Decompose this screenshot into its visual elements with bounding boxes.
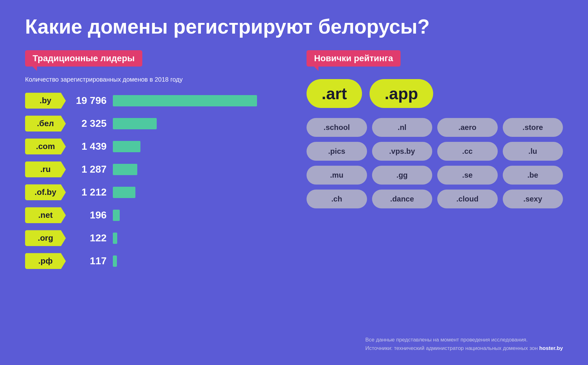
- traditional-leaders-badge: Традиционные лидеры: [25, 50, 142, 67]
- bar-fill: [113, 233, 117, 244]
- right-section: Новички рейтинга .art.app .school.nl.aer…: [307, 50, 563, 352]
- top-domain-pill: .app: [370, 79, 433, 108]
- secondary-domain-pill: .nl: [372, 118, 433, 137]
- bar-row: .org122: [25, 230, 281, 246]
- domain-value: 196: [72, 209, 107, 221]
- domain-value: 117: [72, 255, 107, 267]
- secondary-domain-pill: .pics: [307, 142, 367, 161]
- secondary-domain-pill: .cc: [437, 142, 498, 161]
- footer-line2-bold: hoster.by: [539, 345, 563, 351]
- secondary-domain-pill: .be: [503, 166, 563, 185]
- domain-label: .com: [25, 138, 66, 154]
- bar-row: .com1 439: [25, 138, 281, 154]
- bar-fill: [113, 187, 135, 198]
- domain-value: 1 287: [72, 164, 107, 175]
- secondary-domain-pill: .ch: [307, 190, 367, 208]
- domain-label: .net: [25, 207, 66, 223]
- secondary-domains-grid: .school.nl.aero.store.pics.vps.by.cc.lu.…: [307, 118, 563, 208]
- domain-label: .ru: [25, 161, 66, 177]
- newcomers-badge: Новички рейтинга: [307, 50, 401, 67]
- newcomers-label: Новички рейтинга: [314, 53, 393, 63]
- secondary-domain-pill: .sexy: [503, 190, 563, 208]
- secondary-domain-pill: .aero: [437, 118, 498, 137]
- footer-line2-prefix: Источники: технический администратор нац…: [365, 345, 539, 351]
- secondary-domain-pill: .dance: [372, 190, 433, 208]
- bar-fill: [113, 210, 120, 221]
- domain-label: .by: [25, 93, 66, 109]
- page-title: Какие домены регистрируют белорусы?: [25, 16, 563, 38]
- bar-fill: [113, 141, 140, 152]
- secondary-domain-pill: .lu: [503, 142, 563, 161]
- secondary-domain-pill: .school: [307, 118, 367, 137]
- domain-value: 19 796: [72, 95, 107, 106]
- bar-row: .бел2 325: [25, 115, 281, 132]
- bar-fill: [113, 164, 137, 175]
- domain-label: .of.by: [25, 184, 66, 200]
- secondary-domain-pill: .se: [437, 166, 498, 185]
- bar-row: .рф117: [25, 253, 281, 269]
- footer-line2: Источники: технический администратор нац…: [365, 344, 563, 352]
- domain-value: 1 439: [72, 141, 107, 152]
- traditional-leaders-label: Традиционные лидеры: [33, 53, 135, 63]
- secondary-domain-pill: .mu: [307, 166, 367, 185]
- footer-note: Все данные представлены на момент провед…: [365, 335, 563, 352]
- secondary-domain-pill: .store: [503, 118, 563, 137]
- domain-value: 1 212: [72, 186, 107, 198]
- domain-label: .бел: [25, 115, 66, 132]
- bar-row: .of.by1 212: [25, 184, 281, 200]
- bar-row: .net196: [25, 207, 281, 223]
- bar-chart: .by19 796.бел2 325.com1 439.ru1 287.of.b…: [25, 93, 281, 269]
- secondary-domain-pill: .gg: [372, 166, 433, 185]
- domain-label: .org: [25, 230, 66, 246]
- left-section: Традиционные лидеры Количество зарегистр…: [25, 50, 281, 352]
- main-container: Какие домены регистрируют белорусы? Трад…: [0, 0, 588, 365]
- chart-subtitle: Количество зарегистрированных доменов в …: [25, 76, 281, 83]
- content-row: Традиционные лидеры Количество зарегистр…: [25, 50, 563, 352]
- domain-value: 2 325: [72, 118, 107, 129]
- domain-value: 122: [72, 232, 107, 244]
- footer-line1: Все данные представлены на момент провед…: [365, 335, 563, 344]
- bar-row: .by19 796: [25, 93, 281, 109]
- secondary-domain-pill: .cloud: [437, 190, 498, 208]
- top-domains-row: .art.app: [307, 79, 563, 108]
- domain-label: .рф: [25, 253, 66, 269]
- top-domain-pill: .art: [307, 79, 362, 108]
- bar-fill: [113, 95, 257, 106]
- secondary-domain-pill: .vps.by: [372, 142, 433, 161]
- bar-row: .ru1 287: [25, 161, 281, 177]
- bar-fill: [113, 118, 157, 129]
- bar-fill: [113, 255, 117, 267]
